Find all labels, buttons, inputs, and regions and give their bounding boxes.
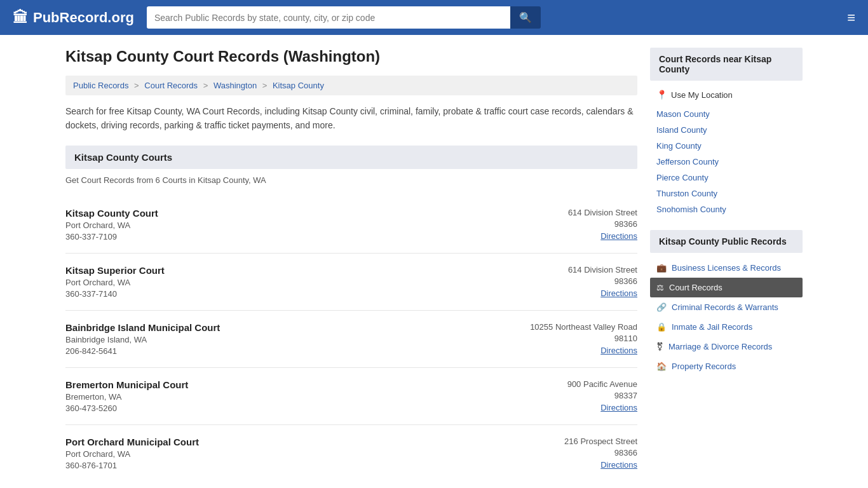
sidebar-county-item[interactable]: Snohomish County (650, 201, 803, 217)
record-link[interactable]: Business Licenses & Records (672, 263, 781, 273)
sidebar-county-item[interactable]: Mason County (650, 106, 803, 122)
court-entry: Bremerton Municipal Court Bremerton, WA … (65, 368, 637, 425)
location-icon: 📍 (656, 90, 667, 100)
court-directions[interactable]: Directions (564, 459, 637, 470)
record-icon: 🏠 (656, 362, 667, 371)
courts-section-header: Kitsap County Courts (65, 146, 637, 169)
directions-link[interactable]: Directions (600, 288, 637, 298)
court-directions[interactable]: Directions (568, 288, 637, 298)
menu-button[interactable]: ≡ (847, 11, 855, 25)
court-zip: 98337 (567, 391, 637, 400)
site-logo[interactable]: 🏛 PubRecord.org (13, 9, 134, 27)
record-icon: 💼 (656, 263, 667, 273)
court-zip: 98366 (568, 276, 637, 286)
directions-link[interactable]: Directions (600, 460, 637, 470)
record-link[interactable]: Property Records (672, 362, 736, 371)
search-button[interactable]: 🔍 (510, 6, 541, 29)
court-directions[interactable]: Directions (567, 402, 637, 412)
court-entry: Bainbridge Island Municipal Court Bainbr… (65, 311, 637, 368)
sidebar-record-item[interactable]: ⚧ Marriage & Divorce Records (650, 337, 803, 356)
court-entry: Port Orchard Municipal Court Port Orchar… (65, 425, 637, 482)
county-link[interactable]: Mason County (656, 109, 710, 119)
court-city: Bainbridge Island, WA (65, 335, 220, 344)
record-icon: 🔒 (656, 322, 667, 332)
court-city: Port Orchard, WA (65, 278, 165, 287)
court-directions[interactable]: Directions (568, 231, 637, 241)
record-link[interactable]: Court Records (669, 283, 722, 292)
directions-link[interactable]: Directions (600, 346, 637, 355)
breadcrumb-washington[interactable]: Washington (214, 81, 257, 90)
breadcrumb-sep-3: > (262, 81, 268, 90)
sidebar-nearby-title: Court Records near Kitsap County (650, 48, 803, 81)
court-phone: 206-842-5641 (65, 346, 220, 356)
search-bar: 🔍 (147, 6, 541, 29)
sidebar: Court Records near Kitsap County 📍 Use M… (650, 48, 803, 482)
record-link[interactable]: Criminal Records & Warrants (672, 302, 778, 312)
court-phone: 360-876-1701 (65, 461, 199, 470)
county-link[interactable]: Thurston County (656, 189, 717, 198)
main-container: Kitsap County Court Records (Washington)… (53, 35, 815, 488)
sidebar-record-item[interactable]: ⚖ Court Records (650, 278, 803, 297)
court-directions[interactable]: Directions (530, 345, 637, 355)
sidebar-county-item[interactable]: Pierce County (650, 170, 803, 186)
court-name: Bainbridge Island Municipal Court (65, 322, 220, 333)
court-address: 614 Division Street 98366 Directions (568, 208, 637, 241)
directions-link[interactable]: Directions (600, 231, 637, 241)
search-input[interactable] (147, 6, 510, 29)
court-city: Bremerton, WA (65, 392, 188, 402)
logo-icon: 🏛 (13, 9, 28, 27)
directions-link[interactable]: Directions (600, 403, 637, 412)
sidebar-record-item[interactable]: 🔒 Inmate & Jail Records (650, 317, 803, 337)
court-info: Kitsap Superior Court Port Orchard, WA 3… (65, 265, 165, 299)
court-street: 614 Division Street (568, 208, 637, 217)
sidebar-county-item[interactable]: Jefferson County (650, 154, 803, 170)
court-phone: 360-337-7109 (65, 232, 158, 241)
sidebar-county-item[interactable]: King County (650, 138, 803, 154)
county-link[interactable]: Pierce County (656, 173, 709, 182)
county-link[interactable]: Snohomish County (656, 205, 726, 214)
court-address: 216 Prospect Street 98366 Directions (564, 437, 637, 470)
court-zip: 98110 (530, 334, 637, 343)
use-my-location[interactable]: 📍 Use My Location (650, 86, 803, 104)
breadcrumb-public-records[interactable]: Public Records (73, 81, 128, 90)
court-city: Port Orchard, WA (65, 449, 199, 459)
court-name: Kitsap Superior Court (65, 265, 165, 276)
record-icon: ⚖ (656, 283, 664, 292)
hamburger-icon: ≡ (847, 10, 855, 25)
sidebar-record-item[interactable]: 🔗 Criminal Records & Warrants (650, 297, 803, 317)
court-address: 614 Division Street 98366 Directions (568, 265, 637, 299)
county-link[interactable]: Jefferson County (656, 157, 719, 166)
county-link[interactable]: Island County (656, 125, 707, 135)
court-street: 10255 Northeast Valley Road (530, 322, 637, 332)
sidebar-county-item[interactable]: Thurston County (650, 186, 803, 201)
use-location-label: Use My Location (671, 90, 733, 100)
court-name: Kitsap County Court (65, 208, 158, 219)
court-city: Port Orchard, WA (65, 220, 158, 230)
record-link[interactable]: Marriage & Divorce Records (668, 342, 772, 351)
sidebar-record-item[interactable]: 🏠 Property Records (650, 356, 803, 376)
county-link[interactable]: King County (656, 141, 702, 151)
content-area: Kitsap County Court Records (Washington)… (65, 48, 637, 482)
breadcrumb-kitsap-county[interactable]: Kitsap County (273, 81, 324, 90)
sidebar-county-item[interactable]: Island County (650, 122, 803, 138)
court-zip: 98366 (568, 219, 637, 229)
record-icon: ⚧ (656, 342, 663, 351)
nearby-counties-list: Mason CountyIsland CountyKing CountyJeff… (650, 106, 803, 217)
logo-text: PubRecord.org (33, 10, 134, 26)
record-link[interactable]: Inmate & Jail Records (672, 322, 752, 332)
courts-list: Kitsap County Court Port Orchard, WA 360… (65, 196, 637, 482)
search-icon: 🔍 (519, 12, 532, 23)
breadcrumb: Public Records > Court Records > Washing… (65, 76, 637, 95)
court-address: 900 Pacific Avenue 98337 Directions (567, 379, 637, 413)
page-description: Search for free Kitsap County, WA Court … (65, 104, 637, 133)
courts-subtext: Get Court Records from 6 Courts in Kitsa… (65, 175, 637, 185)
court-phone: 360-337-7140 (65, 289, 165, 299)
court-info: Bremerton Municipal Court Bremerton, WA … (65, 379, 188, 413)
sidebar-record-item[interactable]: 💼 Business Licenses & Records (650, 258, 803, 278)
sidebar-public-records-title: Kitsap County Public Records (650, 230, 803, 253)
court-street: 614 Division Street (568, 265, 637, 274)
court-name: Port Orchard Municipal Court (65, 437, 199, 447)
page-title: Kitsap County Court Records (Washington) (65, 48, 637, 65)
court-zip: 98366 (564, 448, 637, 458)
breadcrumb-court-records[interactable]: Court Records (144, 81, 198, 90)
